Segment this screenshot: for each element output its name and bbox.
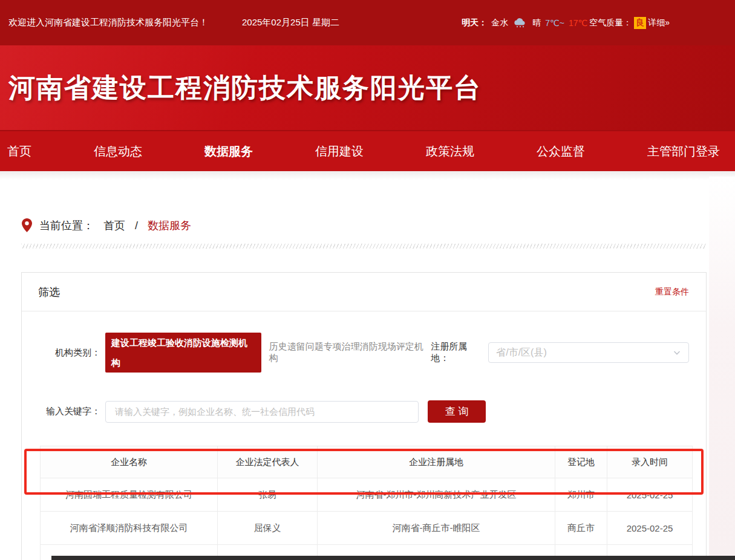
- breadcrumb-separator: /: [135, 220, 138, 232]
- weather-detail-link[interactable]: 详细»: [648, 18, 670, 28]
- table-row[interactable]: 河南省泽顺消防科技有限公司 屈保义 河南省-商丘市-睢阳区 商丘市 2025-0…: [41, 512, 693, 545]
- region-select-placeholder: 省/市/区(县): [496, 347, 673, 359]
- col-registered-region: 企业注册属地: [318, 446, 555, 478]
- cell-registry-city: 商丘市: [555, 512, 607, 545]
- keyword-input[interactable]: [105, 401, 419, 423]
- chevron-down-icon: [673, 348, 681, 357]
- table-row-highlighted[interactable]: 河南固瑞工程质量检测有限公司 张易 河南省-郑州市-郑州高新技术产业开发区 郑州…: [41, 478, 693, 512]
- welcome-text: 欢迎进入河南省建设工程消防技术服务阳光平台！: [8, 17, 208, 28]
- cell-entry-date: 2025-02-25: [607, 512, 693, 545]
- temp-low: 7℃~: [545, 18, 564, 28]
- category-option-active[interactable]: 建设工程竣工验收消防设施检测机构: [105, 333, 261, 373]
- nav-item-admin-login[interactable]: 主管部门登录: [647, 143, 720, 160]
- cell-registered-region: 河南省-郑州市-郑州高新技术产业开发区: [318, 478, 555, 512]
- weather-condition: 晴: [532, 18, 541, 28]
- cell-legal-rep: 屈保义: [218, 512, 318, 545]
- breadcrumb-home-link[interactable]: 首页: [103, 218, 125, 233]
- cell-entry-date: 2025-02-25: [607, 478, 693, 512]
- region-filter-group: 注册所属地： 省/市/区(县): [431, 341, 706, 364]
- search-button[interactable]: 查 询: [428, 400, 486, 423]
- results-table: 企业名称 企业法定代表人 企业注册属地 登记地 录入时间 河南固瑞工程质量检测有…: [40, 446, 693, 560]
- region-select[interactable]: 省/市/区(县): [488, 342, 689, 363]
- region-label: 注册所属地：: [431, 341, 485, 364]
- nav-item-news[interactable]: 信息动态: [94, 143, 142, 160]
- filter-panel-header: 筛选 重置条件: [22, 273, 706, 311]
- col-legal-rep: 企业法定代表人: [218, 446, 318, 478]
- nav-item-policy[interactable]: 政策法规: [426, 143, 474, 160]
- site-header: 河南省建设工程消防技术服务阳光平台: [0, 45, 735, 130]
- date-text: 2025年02月25日 星期二: [242, 17, 339, 28]
- category-option-inactive[interactable]: 历史遗留问题专项治理消防现场评定机构: [269, 341, 431, 364]
- filter-title: 筛选: [38, 285, 60, 299]
- nav-item-credit[interactable]: 信用建设: [315, 143, 364, 160]
- reset-filters-link[interactable]: 重置条件: [655, 287, 689, 298]
- keyword-label: 输入关键字：: [22, 406, 100, 417]
- page-right-margin: [709, 177, 735, 556]
- cell-registry-city: 郑州市: [555, 478, 607, 512]
- topbar: 欢迎进入河南省建设工程消防技术服务阳光平台！ 2025年02月25日 星期二 明…: [0, 0, 735, 45]
- col-entry-date: 录入时间: [607, 446, 693, 478]
- nav-item-data-services[interactable]: 数据服务: [204, 143, 253, 160]
- bottom-edge-bar: [51, 556, 735, 560]
- category-filter-row: 机构类别： 建设工程竣工验收消防设施检测机构 历史遗留问题专项治理消防现场评定机…: [22, 333, 706, 373]
- main-nav: 首页 信息动态 数据服务 信用建设 政策法规 公众监督 主管部门登录: [0, 130, 735, 171]
- air-quality-label: 空气质量：: [589, 18, 632, 28]
- keyword-filter-row: 输入关键字： 查 询: [22, 400, 706, 423]
- nav-item-supervision[interactable]: 公众监督: [537, 143, 585, 160]
- cell-company-name: 河南省泽顺消防科技有限公司: [41, 512, 218, 545]
- location-pin-icon: [22, 218, 32, 233]
- temp-high: 17℃: [569, 18, 587, 28]
- breadcrumb: 当前位置： 首页 / 数据服务: [22, 218, 735, 233]
- site-title: 河南省建设工程消防技术服务阳光平台: [8, 70, 482, 106]
- cell-legal-rep: 张易: [218, 478, 318, 512]
- weather-district: 金水: [491, 18, 508, 28]
- category-label: 机构类别：: [22, 347, 100, 359]
- breadcrumb-current-link[interactable]: 数据服务: [148, 218, 191, 233]
- weather-widget: 明天： 金水 晴 7℃~ 17℃ 空气质量： 良 详细»: [462, 17, 670, 29]
- col-company-name: 企业名称: [41, 446, 218, 478]
- nav-item-home[interactable]: 首页: [7, 143, 31, 160]
- air-quality-badge[interactable]: 良: [634, 17, 646, 29]
- cell-company-name: 河南固瑞工程质量检测有限公司: [41, 478, 218, 512]
- slash-divider: [21, 244, 707, 249]
- cloud-icon: [512, 18, 528, 28]
- nav-shadow: [0, 171, 735, 180]
- cell-registered-region: 河南省-商丘市-睢阳区: [318, 512, 555, 545]
- col-registry-city: 登记地: [555, 446, 607, 478]
- table-header-row: 企业名称 企业法定代表人 企业注册属地 登记地 录入时间: [41, 446, 693, 478]
- weather-tomorrow-label: 明天：: [462, 18, 487, 28]
- filter-panel: 筛选 重置条件 机构类别： 建设工程竣工验收消防设施检测机构 历史遗留问题专项治…: [21, 272, 707, 560]
- breadcrumb-label: 当前位置：: [39, 218, 94, 233]
